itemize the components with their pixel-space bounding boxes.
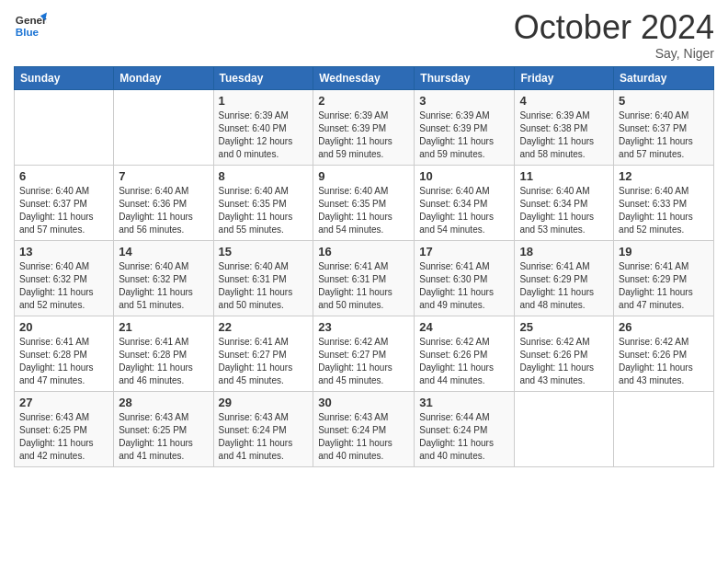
day-info: Sunrise: 6:40 AM Sunset: 6:34 PM Dayligh… — [519, 185, 609, 236]
day-number: 29 — [219, 396, 309, 409]
day-header-sunday: Sunday — [15, 66, 114, 89]
day-number: 5 — [619, 94, 709, 108]
calendar-day: 25Sunrise: 6:42 AM Sunset: 6:26 PM Dayli… — [515, 316, 614, 391]
calendar-week-2: 6Sunrise: 6:40 AM Sunset: 6:37 PM Daylig… — [15, 165, 714, 240]
day-info: Sunrise: 6:40 AM Sunset: 6:32 PM Dayligh… — [119, 260, 208, 312]
calendar-day: 22Sunrise: 6:41 AM Sunset: 6:27 PM Dayli… — [213, 316, 313, 391]
day-header-saturday: Saturday — [614, 66, 714, 89]
calendar-day — [114, 89, 213, 165]
day-number: 28 — [119, 396, 208, 409]
calendar-day — [515, 391, 614, 466]
day-number: 20 — [19, 320, 108, 334]
day-number: 22 — [219, 320, 309, 334]
calendar-day: 2Sunrise: 6:39 AM Sunset: 6:39 PM Daylig… — [313, 89, 415, 165]
calendar-day: 29Sunrise: 6:43 AM Sunset: 6:24 PM Dayli… — [213, 391, 313, 466]
day-info: Sunrise: 6:41 AM Sunset: 6:27 PM Dayligh… — [219, 336, 309, 387]
calendar-day: 20Sunrise: 6:41 AM Sunset: 6:28 PM Dayli… — [15, 316, 114, 391]
day-info: Sunrise: 6:39 AM Sunset: 6:39 PM Dayligh… — [419, 109, 509, 161]
logo-icon: General Blue — [14, 9, 47, 42]
day-number: 17 — [419, 245, 509, 259]
month-title: October 2024 — [514, 9, 714, 46]
day-info: Sunrise: 6:43 AM Sunset: 6:25 PM Dayligh… — [19, 411, 108, 463]
day-number: 30 — [318, 396, 409, 409]
day-number: 16 — [318, 245, 409, 259]
day-number: 26 — [619, 320, 709, 334]
calendar-day: 17Sunrise: 6:41 AM Sunset: 6:30 PM Dayli… — [415, 240, 515, 316]
calendar-week-1: 1Sunrise: 6:39 AM Sunset: 6:40 PM Daylig… — [15, 89, 714, 165]
calendar-day: 28Sunrise: 6:43 AM Sunset: 6:25 PM Dayli… — [114, 391, 213, 466]
day-number: 12 — [619, 169, 709, 183]
day-number: 9 — [318, 169, 409, 183]
calendar-day: 30Sunrise: 6:43 AM Sunset: 6:24 PM Dayli… — [313, 391, 415, 466]
calendar-day: 8Sunrise: 6:40 AM Sunset: 6:35 PM Daylig… — [213, 165, 313, 240]
day-number: 13 — [19, 245, 108, 259]
day-number: 24 — [419, 320, 509, 334]
day-info: Sunrise: 6:40 AM Sunset: 6:31 PM Dayligh… — [219, 260, 309, 312]
calendar-day: 19Sunrise: 6:41 AM Sunset: 6:29 PM Dayli… — [614, 240, 714, 316]
calendar-header-row: SundayMondayTuesdayWednesdayThursdayFrid… — [15, 66, 714, 89]
day-header-monday: Monday — [114, 66, 213, 89]
day-info: Sunrise: 6:42 AM Sunset: 6:26 PM Dayligh… — [519, 336, 609, 387]
day-info: Sunrise: 6:40 AM Sunset: 6:37 PM Dayligh… — [19, 185, 108, 236]
calendar-body: 1Sunrise: 6:39 AM Sunset: 6:40 PM Daylig… — [15, 89, 714, 466]
day-number: 21 — [119, 320, 208, 334]
calendar-week-5: 27Sunrise: 6:43 AM Sunset: 6:25 PM Dayli… — [15, 391, 714, 466]
calendar-day: 26Sunrise: 6:42 AM Sunset: 6:26 PM Dayli… — [614, 316, 714, 391]
day-info: Sunrise: 6:39 AM Sunset: 6:38 PM Dayligh… — [519, 109, 609, 161]
day-number: 10 — [419, 169, 509, 183]
day-info: Sunrise: 6:43 AM Sunset: 6:25 PM Dayligh… — [119, 411, 208, 463]
day-number: 6 — [19, 169, 108, 183]
calendar-day: 7Sunrise: 6:40 AM Sunset: 6:36 PM Daylig… — [114, 165, 213, 240]
calendar-day: 10Sunrise: 6:40 AM Sunset: 6:34 PM Dayli… — [415, 165, 515, 240]
calendar-day: 11Sunrise: 6:40 AM Sunset: 6:34 PM Dayli… — [515, 165, 614, 240]
day-number: 8 — [219, 169, 309, 183]
location-subtitle: Say, Niger — [514, 46, 714, 61]
day-number: 25 — [519, 320, 609, 334]
day-info: Sunrise: 6:41 AM Sunset: 6:28 PM Dayligh… — [19, 336, 108, 387]
day-header-wednesday: Wednesday — [313, 66, 415, 89]
calendar-day: 4Sunrise: 6:39 AM Sunset: 6:38 PM Daylig… — [515, 89, 614, 165]
day-info: Sunrise: 6:41 AM Sunset: 6:29 PM Dayligh… — [519, 260, 609, 312]
day-header-tuesday: Tuesday — [213, 66, 313, 89]
day-info: Sunrise: 6:39 AM Sunset: 6:39 PM Dayligh… — [318, 109, 409, 161]
day-info: Sunrise: 6:41 AM Sunset: 6:31 PM Dayligh… — [318, 260, 409, 312]
calendar-day: 5Sunrise: 6:40 AM Sunset: 6:37 PM Daylig… — [614, 89, 714, 165]
day-info: Sunrise: 6:41 AM Sunset: 6:28 PM Dayligh… — [119, 336, 208, 387]
calendar-day — [15, 89, 114, 165]
day-number: 3 — [419, 94, 509, 108]
day-info: Sunrise: 6:40 AM Sunset: 6:36 PM Dayligh… — [119, 185, 208, 236]
day-number: 18 — [519, 245, 609, 259]
day-number: 15 — [219, 245, 309, 259]
day-info: Sunrise: 6:39 AM Sunset: 6:40 PM Dayligh… — [219, 109, 309, 161]
day-header-thursday: Thursday — [415, 66, 515, 89]
day-number: 11 — [519, 169, 609, 183]
day-info: Sunrise: 6:43 AM Sunset: 6:24 PM Dayligh… — [318, 411, 409, 463]
day-number: 31 — [419, 396, 509, 409]
calendar-table: SundayMondayTuesdayWednesdayThursdayFrid… — [14, 66, 714, 467]
day-number: 7 — [119, 169, 208, 183]
calendar-day: 14Sunrise: 6:40 AM Sunset: 6:32 PM Dayli… — [114, 240, 213, 316]
page-header: General Blue October 2024 Say, Niger — [14, 9, 714, 61]
calendar-day: 27Sunrise: 6:43 AM Sunset: 6:25 PM Dayli… — [15, 391, 114, 466]
calendar-day: 6Sunrise: 6:40 AM Sunset: 6:37 PM Daylig… — [15, 165, 114, 240]
day-info: Sunrise: 6:40 AM Sunset: 6:32 PM Dayligh… — [19, 260, 108, 312]
calendar-day: 23Sunrise: 6:42 AM Sunset: 6:27 PM Dayli… — [313, 316, 415, 391]
day-info: Sunrise: 6:40 AM Sunset: 6:37 PM Dayligh… — [619, 109, 709, 161]
day-info: Sunrise: 6:42 AM Sunset: 6:27 PM Dayligh… — [318, 336, 409, 387]
calendar-day: 15Sunrise: 6:40 AM Sunset: 6:31 PM Dayli… — [213, 240, 313, 316]
calendar-day: 31Sunrise: 6:44 AM Sunset: 6:24 PM Dayli… — [415, 391, 515, 466]
calendar-week-3: 13Sunrise: 6:40 AM Sunset: 6:32 PM Dayli… — [15, 240, 714, 316]
day-number: 4 — [519, 94, 609, 108]
calendar-day — [614, 391, 714, 466]
calendar-day: 12Sunrise: 6:40 AM Sunset: 6:33 PM Dayli… — [614, 165, 714, 240]
day-info: Sunrise: 6:42 AM Sunset: 6:26 PM Dayligh… — [419, 336, 509, 387]
day-info: Sunrise: 6:44 AM Sunset: 6:24 PM Dayligh… — [419, 411, 509, 463]
calendar-day: 3Sunrise: 6:39 AM Sunset: 6:39 PM Daylig… — [415, 89, 515, 165]
calendar-day: 1Sunrise: 6:39 AM Sunset: 6:40 PM Daylig… — [213, 89, 313, 165]
calendar-day: 18Sunrise: 6:41 AM Sunset: 6:29 PM Dayli… — [515, 240, 614, 316]
calendar-day: 13Sunrise: 6:40 AM Sunset: 6:32 PM Dayli… — [15, 240, 114, 316]
calendar-week-4: 20Sunrise: 6:41 AM Sunset: 6:28 PM Dayli… — [15, 316, 714, 391]
day-info: Sunrise: 6:40 AM Sunset: 6:34 PM Dayligh… — [419, 185, 509, 236]
day-info: Sunrise: 6:40 AM Sunset: 6:35 PM Dayligh… — [219, 185, 309, 236]
day-number: 1 — [219, 94, 309, 108]
